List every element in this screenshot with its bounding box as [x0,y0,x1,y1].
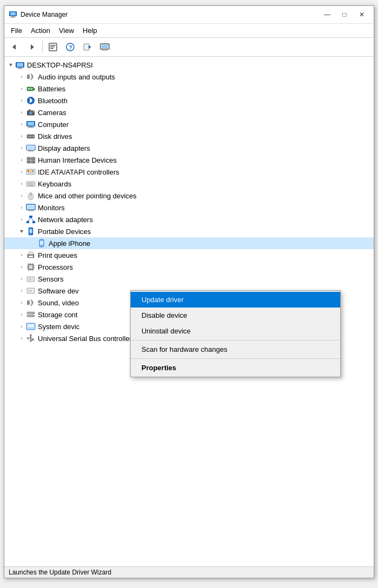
svg-rect-20 [18,68,22,69]
status-bar: Launches the Update Driver Wizard [4,566,374,578]
software-expander[interactable]: › [17,286,26,295]
tree-view[interactable]: ▼ DESKTOP-NS4PRSI › Audio [4,57,374,566]
svg-line-70 [28,218,31,221]
monitors-label: Monitors [38,204,65,212]
tree-item-print[interactable]: › Print queues [4,249,374,261]
disk-expander[interactable]: › [17,132,26,141]
svg-point-109 [33,316,34,317]
keyboard-label: Keyboards [38,180,71,188]
tree-item-hid[interactable]: › Human Interface Devices [4,154,374,166]
audio-icon [26,72,36,82]
properties-toolbar-button[interactable] [45,39,61,55]
context-menu: Update driver Disable device Uninstall d… [130,290,341,377]
audio-expander[interactable]: › [17,72,26,81]
svg-marker-114 [30,335,32,336]
tree-item-portable[interactable]: ▼ Portable Devices [4,225,374,237]
svg-rect-77 [40,240,43,240]
maximize-button[interactable]: □ [337,9,352,20]
bluetooth-icon [26,96,36,105]
run-toolbar-button[interactable] [79,39,96,55]
forward-button[interactable] [24,39,40,55]
ctx-update-driver[interactable]: Update driver [131,292,340,308]
svg-rect-55 [29,183,30,184]
device-manager-window: Device Manager — □ ✕ File Action View He… [4,5,374,578]
tree-item-disk[interactable]: › Disk drives [4,130,374,142]
menu-view[interactable]: View [55,25,78,36]
bluetooth-expander[interactable]: › [17,96,26,105]
network-icon [26,215,36,224]
tree-item-ide[interactable]: › IDE ATA/ATAPI controllers [4,166,374,178]
ctx-properties[interactable]: Properties [131,360,340,376]
tree-item-display[interactable]: › Display adapters [4,142,374,154]
tree-root[interactable]: ▼ DESKTOP-NS4PRSI [4,59,374,71]
svg-rect-1 [10,12,16,16]
monitors-expander[interactable]: › [17,203,26,212]
ctx-disable-device[interactable]: Disable device [131,308,340,323]
mice-icon [26,191,36,201]
svg-point-74 [30,233,31,235]
svg-rect-19 [17,63,23,67]
tree-item-iphone[interactable]: Apple iPhone [4,237,374,249]
ctx-scan-hardware[interactable]: Scan for hardware changes [131,342,340,357]
ide-label: IDE ATA/ATAPI controllers [38,168,119,176]
usb-expander[interactable]: › [17,334,26,343]
tree-item-batteries[interactable]: › Batteries [4,83,374,95]
ctx-uninstall-device[interactable]: Uninstall device [131,323,340,339]
help-toolbar-button[interactable]: ? [62,39,78,55]
back-icon [10,43,19,51]
svg-rect-32 [33,111,34,112]
tree-item-audio[interactable]: › Audio inputs and outputs [4,71,374,83]
tree-item-monitors[interactable]: › Monitors [4,202,374,213]
svg-rect-42 [29,150,33,151]
monitor-toolbar-button[interactable] [97,39,113,55]
menu-help[interactable]: Help [78,25,102,36]
svg-rect-65 [29,210,32,211]
processor-expander[interactable]: › [17,263,26,271]
sensors-expander[interactable]: › [17,275,26,283]
keyboard-expander[interactable]: › [17,179,26,188]
tree-item-sensors[interactable]: › Sensors [4,273,374,285]
minimize-button[interactable]: — [320,9,335,20]
system-label: System devic [38,323,79,331]
computer-expander[interactable]: › [17,120,26,129]
back-button[interactable] [6,39,23,55]
tree-item-cameras[interactable]: › Cameras [4,106,374,118]
svg-rect-47 [31,161,35,163]
hid-expander[interactable]: › [17,156,26,164]
cameras-expander[interactable]: › [17,108,26,117]
tree-item-keyboard[interactable]: › Keyboards [4,178,374,190]
cameras-icon [26,108,36,117]
svg-rect-22 [27,75,30,79]
software-icon: </> [26,286,36,296]
root-expander[interactable]: ▼ [6,61,15,69]
tree-item-bluetooth[interactable]: › Bluetooth [4,95,374,106]
computer-label: Computer [38,121,69,129]
menu-action[interactable]: Action [26,25,55,36]
print-expander[interactable]: › [17,251,26,259]
svg-line-71 [31,218,34,221]
storage-expander[interactable]: › [17,310,26,319]
svg-rect-68 [26,221,29,223]
svg-point-119 [30,340,32,342]
sound-icon [26,298,36,308]
svg-rect-79 [40,241,43,245]
system-expander[interactable]: › [17,322,26,331]
network-expander[interactable]: › [17,215,26,224]
portable-expander[interactable]: ▼ [17,227,26,236]
tree-item-network[interactable]: › Network adapters [4,213,374,225]
tree-item-computer[interactable]: › Computer [4,118,374,130]
portable-label: Portable Devices [38,228,91,236]
tree-item-processor[interactable]: › Processors [4,261,374,273]
sound-label: Sound, video [38,299,79,307]
ide-expander[interactable]: › [17,168,26,176]
batteries-expander[interactable]: › [17,84,26,93]
mice-expander[interactable]: › [17,191,26,200]
sound-expander[interactable]: › [17,298,26,307]
close-button[interactable]: ✕ [354,9,369,20]
svg-rect-49 [28,170,29,172]
svg-rect-3 [10,17,16,18]
svg-rect-46 [31,157,35,160]
menu-file[interactable]: File [6,25,26,36]
display-expander[interactable]: › [17,144,26,152]
tree-item-mice[interactable]: › Mice and other pointing devices [4,190,374,202]
